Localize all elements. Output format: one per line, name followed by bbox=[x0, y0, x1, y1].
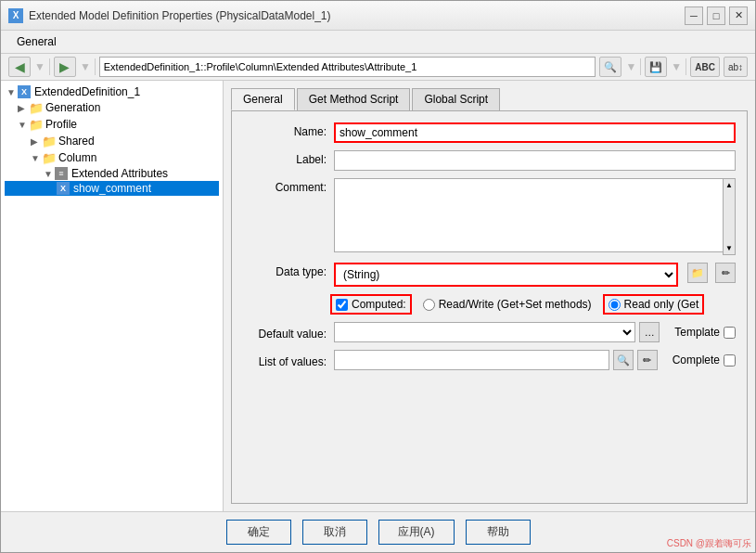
datatype-edit-button[interactable]: ✏ bbox=[715, 263, 736, 283]
abc-button[interactable]: ABC bbox=[690, 57, 720, 77]
tree-item-profile[interactable]: ▼ 📁 Profile bbox=[5, 116, 219, 133]
window-icon: X bbox=[8, 8, 23, 23]
label-input[interactable] bbox=[334, 150, 736, 171]
tab-general[interactable]: General bbox=[231, 88, 295, 110]
template-section: Template bbox=[674, 326, 736, 339]
listofvalues-label: List of values: bbox=[243, 353, 327, 368]
computed-checkbox[interactable] bbox=[336, 299, 348, 311]
expand-icon-column: ▼ bbox=[31, 153, 40, 163]
radio-readwrite-label[interactable]: Read/Write (Get+Set methods) bbox=[423, 298, 592, 311]
comment-label: Comment: bbox=[243, 178, 327, 194]
save-button[interactable]: 💾 bbox=[645, 57, 667, 77]
template-label: Template bbox=[674, 326, 720, 339]
datatype-select[interactable]: (String) bbox=[336, 264, 676, 285]
tree-item-column[interactable]: ▼ 📁 Column bbox=[5, 149, 219, 166]
name-input[interactable] bbox=[334, 122, 736, 143]
complete-label: Complete bbox=[673, 354, 720, 367]
window-title: Extended Model Definition Properties (Ph… bbox=[29, 9, 331, 22]
expand-icon-generation: ▶ bbox=[18, 103, 27, 113]
tree-item-show-comment[interactable]: X show_comment bbox=[5, 181, 219, 196]
main-content: ▼ X ExtendedDefinition_1 ▶ 📁 Generation … bbox=[1, 81, 755, 511]
tree-item-root[interactable]: ▼ X ExtendedDefinition_1 bbox=[5, 84, 219, 99]
folder-icon-column: 📁 bbox=[42, 150, 57, 165]
radio-readonly[interactable] bbox=[609, 299, 621, 311]
tree-label-shared: Shared bbox=[58, 135, 95, 148]
computed-radio-row: Computed: Read/Write (Get+Set methods) R… bbox=[243, 294, 736, 315]
computed-section: Computed: bbox=[330, 294, 412, 315]
expand-icon-ext-attrs: ▼ bbox=[44, 169, 53, 179]
datatype-row: Data type: (String) 📁 ✏ bbox=[243, 263, 736, 287]
folder-icon-generation: 📁 bbox=[29, 100, 44, 115]
x-icon: X bbox=[18, 85, 31, 98]
breadcrumb-input[interactable] bbox=[99, 57, 596, 77]
datatype-label: Data type: bbox=[243, 263, 327, 278]
forward-button[interactable]: ▶ bbox=[54, 57, 76, 77]
listofvalues-icon2-button[interactable]: ✏ bbox=[637, 350, 658, 370]
folder-icon-shared: 📁 bbox=[42, 134, 57, 148]
tree-label-generation: Generation bbox=[45, 101, 100, 114]
radio-readonly-text: Read only (Get bbox=[624, 298, 699, 311]
tree-item-shared[interactable]: ▶ 📁 Shared bbox=[5, 133, 219, 149]
back-button[interactable]: ◀ bbox=[8, 57, 31, 77]
maximize-button[interactable]: □ bbox=[707, 6, 725, 25]
cancel-button[interactable]: 取消 bbox=[302, 520, 367, 545]
scrollbar-up[interactable]: ▲ bbox=[725, 181, 733, 189]
complete-section: Complete bbox=[673, 354, 736, 367]
x-icon-show-comment: X bbox=[57, 182, 70, 195]
title-bar: X Extended Model Definition Properties (… bbox=[1, 1, 755, 31]
tab-content-general: Name: Label: Comment: ▲ ▼ bbox=[231, 110, 748, 504]
tree-item-generation[interactable]: ▶ 📁 Generation bbox=[5, 99, 219, 116]
apply-button[interactable]: 应用(A) bbox=[378, 520, 455, 545]
search-button[interactable]: 🔍 bbox=[599, 57, 621, 77]
computed-label[interactable]: Computed: bbox=[352, 298, 406, 311]
radio-readwrite-text: Read/Write (Get+Set methods) bbox=[439, 298, 592, 311]
comment-row: Comment: ▲ ▼ bbox=[243, 178, 736, 255]
close-button[interactable]: ✕ bbox=[729, 6, 748, 25]
expand-icon-shared: ▶ bbox=[31, 136, 40, 147]
defaultvalue-label: Default value: bbox=[243, 325, 327, 341]
radio-readwrite[interactable] bbox=[423, 299, 435, 311]
label-row: Label: bbox=[243, 150, 736, 171]
tree-label-profile: Profile bbox=[45, 118, 77, 131]
defaultvalue-browse-button[interactable]: … bbox=[639, 322, 660, 342]
listofvalues-input[interactable] bbox=[334, 350, 609, 370]
label-label: Label: bbox=[243, 150, 327, 166]
confirm-button[interactable]: 确定 bbox=[226, 520, 291, 545]
minimize-button[interactable]: ─ bbox=[685, 6, 703, 25]
tree-item-extended-attrs[interactable]: ▼ ≡ Extended Attributes bbox=[5, 166, 219, 181]
tree-label-root: ExtendedDefinition_1 bbox=[34, 85, 140, 98]
tab-global-script[interactable]: Global Script bbox=[412, 88, 500, 110]
defaultvalue-row: Default value: … Template bbox=[243, 322, 736, 342]
defaultvalue-select[interactable] bbox=[334, 322, 635, 342]
expand-icon: ▼ bbox=[6, 87, 16, 97]
footer: 确定 取消 应用(A) 帮助 bbox=[1, 511, 755, 552]
watermark: CSDN @跟着嗨可乐 bbox=[667, 537, 751, 550]
menu-bar: General bbox=[1, 31, 755, 54]
folder-icon-ext-attrs: ≡ bbox=[55, 167, 68, 180]
menu-general[interactable]: General bbox=[8, 32, 65, 51]
comment-textarea[interactable] bbox=[334, 178, 736, 252]
datatype-browse-button[interactable]: 📁 bbox=[687, 263, 708, 283]
props-panel: General Get Method Script Global Script … bbox=[224, 81, 755, 511]
listofvalues-icon1-button[interactable]: 🔍 bbox=[613, 350, 634, 370]
tree-label-show-comment: show_comment bbox=[73, 182, 151, 195]
ab-button[interactable]: ab↕ bbox=[724, 57, 748, 77]
toolbar: ◀ ▼ ▶ ▼ 🔍 ▼ 💾 ▼ ABC ab↕ bbox=[1, 54, 755, 81]
tree-label-column: Column bbox=[58, 151, 96, 164]
tree-label-ext-attrs: Extended Attributes bbox=[71, 167, 168, 180]
tree-panel: ▼ X ExtendedDefinition_1 ▶ 📁 Generation … bbox=[1, 81, 224, 511]
expand-icon-profile: ▼ bbox=[18, 120, 27, 130]
listofvalues-row: List of values: 🔍 ✏ Complete bbox=[243, 350, 736, 370]
name-row: Name: bbox=[243, 122, 736, 143]
name-label: Name: bbox=[243, 122, 327, 138]
readonly-section: Read only (Get bbox=[603, 294, 705, 315]
tabs: General Get Method Script Global Script bbox=[231, 88, 748, 110]
scrollbar-down[interactable]: ▼ bbox=[725, 244, 733, 252]
help-button[interactable]: 帮助 bbox=[466, 520, 531, 545]
template-checkbox[interactable] bbox=[724, 327, 736, 339]
folder-icon-profile: 📁 bbox=[29, 117, 44, 132]
tab-get-method-script[interactable]: Get Method Script bbox=[297, 88, 411, 110]
complete-checkbox[interactable] bbox=[724, 354, 736, 367]
